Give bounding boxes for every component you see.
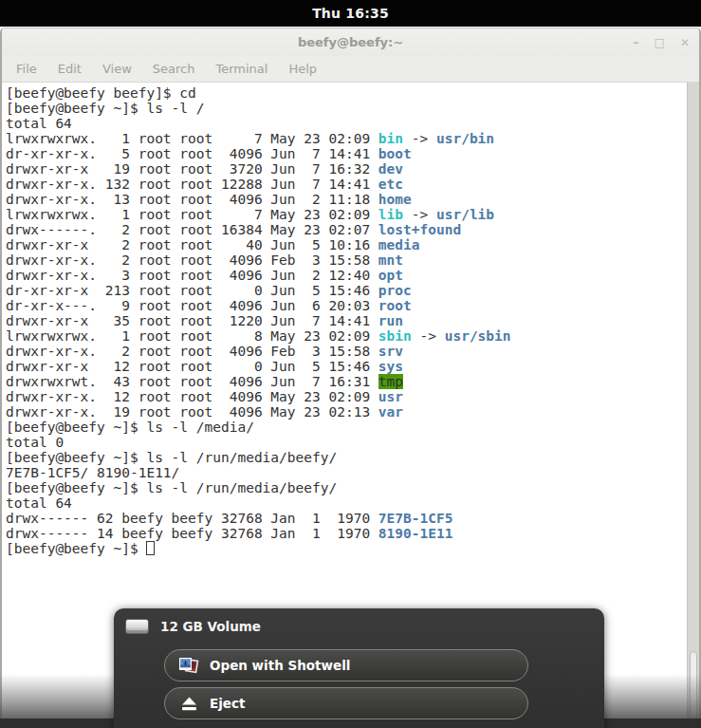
terminal-text: [beefy@beefy beefy]$ cd [6,85,196,101]
terminal-text: 8190-1E11 [378,526,453,541]
terminal-text: drwxr-xr-x. 2 root root 4096 Feb 3 15:58 [6,344,378,359]
terminal-text: dr-xr-xr-x 213 root root 0 Jun 5 15:46 [6,283,378,298]
menu-help[interactable]: Help [278,62,327,76]
terminal-line: [beefy@beefy beefy]$ cd [6,85,699,101]
terminal-text: usr [378,389,403,404]
terminal-text: 7E7B-1CF5 [378,511,453,526]
shotwell-icon [177,656,200,675]
terminal-text: bin [378,131,403,146]
terminal-line: total 64 [6,495,699,511]
terminal-line: [beefy@beefy ~]$ [6,541,699,556]
title-bar[interactable]: beefy@beefy:~ – □ ✕ [2,28,699,56]
clock[interactable]: Thu 16:35 [312,6,389,21]
terminal-line: [beefy@beefy ~]$ ls -l / [6,101,699,116]
terminal-line: drwx------. 2 root root 16384 May 23 02:… [6,222,699,237]
menu-search[interactable]: Search [142,62,206,76]
terminal-line: [beefy@beefy ~]$ ls -l /media/ [6,420,699,435]
terminal-line: drwxrwxrwt. 43 root root 4096 Jun 7 16:3… [6,374,699,389]
terminal-text: [beefy@beefy ~]$ ls -l /media/ [6,420,254,435]
terminal-line: total 64 [6,116,699,131]
terminal-text: media [378,237,420,252]
terminal-line: drwxr-xr-x. 12 root root 4096 May 23 02:… [6,389,699,404]
terminal-output: [beefy@beefy beefy]$ cd[beefy@beefy ~]$ … [2,83,699,556]
terminal-text: [beefy@beefy ~]$ ls -l /run/media/beefy/ [6,480,337,495]
terminal-line: lrwxrwxrwx. 1 root root 7 May 23 02:09 l… [6,207,699,222]
terminal-text: sbin [378,328,412,344]
terminal-text: mnt [378,252,403,268]
scrollbar[interactable] [687,83,699,728]
terminal-line: lrwxrwxrwx. 1 root root 8 May 23 02:09 s… [6,328,699,344]
terminal-cursor [146,541,155,555]
terminal-text: drwxr-xr-x. 19 root root 4096 May 23 02:… [6,404,378,420]
terminal-text: -> [403,207,436,222]
terminal-line: dr-xr-xr-x 213 root root 0 Jun 5 15:46 p… [6,283,699,298]
terminal-text: 7E7B-1CF5/ 8190-1E11/ [6,465,179,480]
terminal-text: [beefy@beefy ~]$ [6,541,146,556]
terminal-text: proc [378,283,412,298]
terminal-text: opt [378,268,403,283]
terminal-line: drwxr-xr-x. 3 root root 4096 Jun 2 12:40… [6,268,699,283]
terminal-text: drwxr-xr-x 35 root root 1220 Jun 7 14:41 [6,313,378,328]
menu-edit[interactable]: Edit [47,62,92,76]
button-label: Eject [210,696,245,711]
terminal-line: drwxr-xr-x 19 root root 3720 Jun 7 16:32… [6,161,699,177]
terminal-line: drwxr-xr-x. 19 root root 4096 May 23 02:… [6,404,699,420]
open-with-shotwell-button[interactable]: Open with Shotwell [164,649,528,681]
terminal-text: drwx------ 62 beefy beefy 32768 Jan 1 19… [6,511,378,526]
terminal-line: [beefy@beefy ~]$ ls -l /run/media/beefy/ [6,480,699,495]
terminal-line: drwxr-xr-x. 132 root root 12288 Jun 7 14… [6,177,699,192]
button-label: Open with Shotwell [210,658,350,673]
menu-bar: File Edit View Search Terminal Help [2,56,699,83]
terminal-text: [beefy@beefy ~]$ ls -l /run/media/beefy/ [6,450,337,465]
terminal-text: total 0 [6,435,64,450]
terminal-line: drwxr-xr-x. 13 root root 4096 Jun 2 11:1… [6,192,699,207]
terminal-text: dr-xr-xr-x. 5 root root 4096 Jun 7 14:41 [6,146,378,161]
terminal-line: total 0 [6,435,699,450]
drive-harddisk-icon [125,619,149,634]
terminal-text: lib [378,207,403,222]
terminal-text: drwx------. 2 root root 16384 May 23 02:… [6,222,378,237]
terminal-line: drwxr-xr-x 2 root root 40 Jun 5 10:16 me… [6,237,699,252]
menu-file[interactable]: File [6,62,47,76]
terminal-line: drwxr-xr-x. 2 root root 4096 Feb 3 15:58… [6,252,699,268]
terminal-text: drwxrwxrwt. 43 root root 4096 Jun 7 16:3… [6,374,378,389]
notification-buttons: Open with Shotwell Eject [164,649,528,725]
terminal-text: drwxr-xr-x. 12 root root 4096 May 23 02:… [6,389,378,404]
volume-notification: 12 GB Volume Open with Shotwell [114,608,604,728]
terminal-text: drwxr-xr-x. 3 root root 4096 Jun 2 12:40 [6,268,378,283]
terminal-text: [beefy@beefy ~]$ ls -l / [6,101,205,116]
terminal-text: -> [412,328,445,344]
scrollbar-thumb[interactable] [690,651,697,719]
terminal-text: usr/bin [436,131,494,146]
terminal-line: [beefy@beefy ~]$ ls -l /run/media/beefy/ [6,450,699,465]
terminal-line: lrwxrwxrwx. 1 root root 7 May 23 02:09 b… [6,131,699,146]
close-icon[interactable]: ✕ [680,37,690,48]
terminal-line: drwx------ 14 beefy beefy 32768 Jan 1 19… [6,526,699,541]
terminal-text: drwxr-xr-x. 13 root root 4096 Jun 2 11:1… [6,192,378,207]
terminal-line: drwx------ 62 beefy beefy 32768 Jan 1 19… [6,511,699,526]
terminal-line: drwxr-xr-x 35 root root 1220 Jun 7 14:41… [6,313,699,328]
terminal-text: usr/sbin [445,328,511,344]
terminal-text: drwxr-xr-x 2 root root 40 Jun 5 10:16 [6,237,378,252]
terminal-text: dr-xr-x---. 9 root root 4096 Jun 6 20:03 [6,298,378,313]
terminal-text: drwxr-xr-x. 2 root root 4096 Feb 3 15:58 [6,252,378,268]
terminal-text: run [378,313,403,328]
terminal-line: dr-xr-xr-x. 5 root root 4096 Jun 7 14:41… [6,146,699,161]
terminal-text: home [378,192,412,207]
terminal-text: usr/lib [436,207,494,222]
terminal-text: lrwxrwxrwx. 1 root root 7 May 23 02:09 [6,207,378,222]
terminal-text: var [378,404,403,420]
terminal-line: drwxr-xr-x 12 root root 0 Jun 5 15:46 sy… [6,359,699,374]
eject-button[interactable]: Eject [164,687,528,719]
menu-view[interactable]: View [92,62,142,76]
maximize-icon[interactable]: □ [655,37,665,48]
terminal-text: drwxr-xr-x 19 root root 3720 Jun 7 16:32 [6,161,378,177]
terminal-text: etc [378,177,403,192]
terminal-text: boot [378,146,412,161]
terminal-text: root [378,298,412,313]
terminal-text: lost+found [378,222,461,237]
minimize-icon[interactable]: – [634,37,639,48]
menu-terminal[interactable]: Terminal [205,62,278,76]
window-controls: – □ ✕ [634,28,690,56]
terminal-text: drwxr-xr-x. 132 root root 12288 Jun 7 14… [6,177,378,192]
